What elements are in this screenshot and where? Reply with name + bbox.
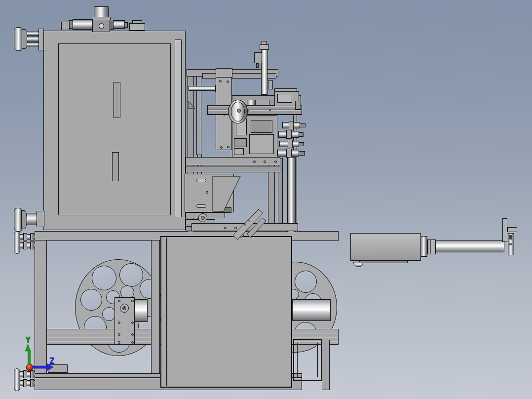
roller-1-inner	[201, 216, 205, 220]
cylinder-bracket-pin	[256, 63, 259, 68]
slot-b	[196, 204, 206, 208]
wheel-hole	[80, 289, 102, 311]
beam-b[interactable]	[186, 166, 280, 172]
cabinet-slot-1	[114, 82, 120, 118]
slot-a	[196, 179, 206, 182]
nozzle-2-tip	[299, 132, 304, 137]
wheel-hole	[295, 271, 317, 293]
screw-head	[206, 191, 208, 194]
screw-head	[234, 227, 237, 229]
screw-head	[131, 333, 134, 336]
assembly-geometry	[0, 0, 532, 399]
frame-post-far-right[interactable]	[322, 340, 330, 390]
nozzle-3-collar[interactable]	[288, 140, 293, 148]
bracket-vertical[interactable]	[502, 218, 507, 242]
flange-bottom-nut-2a	[23, 379, 27, 387]
mech-rod-horizontal[interactable]	[189, 86, 217, 91]
pump-cap-right[interactable]	[129, 23, 145, 31]
machine-base-box[interactable]	[160, 236, 292, 388]
screw-head	[118, 300, 120, 302]
cabinet-panel[interactable]	[58, 43, 171, 215]
motor-collar[interactable]	[427, 239, 436, 254]
motor-foot[interactable]	[353, 262, 363, 267]
gripper-d1	[234, 138, 247, 147]
screw-head	[509, 243, 512, 245]
gripper-sub	[249, 134, 274, 154]
beam-a[interactable]	[186, 157, 280, 165]
frame-post-left[interactable]	[35, 240, 47, 390]
dial-hub	[237, 109, 241, 113]
flange-low-nut-1a	[23, 233, 27, 240]
cylinder-vertical-cap[interactable]	[260, 44, 269, 50]
gripper-d2	[234, 148, 244, 155]
slide-end-cap[interactable]	[295, 101, 301, 110]
dark-foot	[220, 207, 231, 213]
screw-head	[123, 307, 125, 309]
wheel-hole	[119, 263, 143, 287]
nozzle-2-collar[interactable]	[286, 130, 292, 139]
cylinder-side-knob[interactable]	[268, 80, 273, 89]
linear-rail[interactable]	[207, 105, 302, 115]
screw-head	[118, 321, 120, 324]
drive-shaft[interactable]	[436, 240, 504, 252]
hub-right[interactable]	[292, 299, 331, 321]
pump-washer-left	[59, 23, 62, 29]
screw-head	[269, 109, 271, 111]
bracket-left-block[interactable]	[185, 174, 234, 212]
flange-bottom-nut-1a	[23, 370, 27, 378]
flange-bottom-nut-2b	[30, 379, 34, 387]
pump-tip-right	[124, 22, 128, 28]
flange-low-nut-2b	[30, 241, 34, 249]
hub-left[interactable]	[134, 299, 148, 322]
screw-head	[224, 227, 227, 229]
frame-bracket-small[interactable]	[48, 364, 68, 373]
pump-nut-left[interactable]	[61, 22, 70, 30]
motor-flange[interactable]	[420, 236, 427, 257]
screw-head	[118, 333, 120, 336]
screw-head	[131, 321, 134, 324]
cylinder-bracket[interactable]	[254, 52, 262, 63]
frame-post-right[interactable]	[151, 240, 160, 374]
wheel-hole	[92, 266, 116, 290]
flange-low-nut-1b	[30, 233, 34, 240]
screw-head	[264, 160, 266, 163]
mech-frame-left2[interactable]	[196, 73, 201, 155]
machine-base-box-line	[166, 238, 167, 386]
flange-bottom-nut-1b	[30, 370, 34, 378]
cabinet-side-strip	[175, 40, 182, 217]
cabinet-slot-2	[112, 152, 119, 181]
nozzle-1-collar[interactable]	[289, 121, 294, 129]
screw-head	[227, 80, 229, 83]
screw-head	[131, 300, 134, 302]
screw-head	[253, 160, 256, 163]
shaft-top-plate[interactable]	[38, 29, 44, 50]
bracket-arm[interactable]	[507, 227, 517, 232]
roller-2-inner	[238, 232, 242, 236]
cad-viewport[interactable]: Y Z	[0, 0, 532, 399]
end-flange-notch	[509, 235, 512, 239]
screw-head	[227, 146, 229, 148]
frame-bracket-right-inner	[297, 343, 318, 377]
screw-head	[244, 227, 246, 229]
nozzle-4-collar[interactable]	[286, 149, 292, 158]
cylinder-vertical-knob[interactable]	[262, 41, 267, 45]
motor-base	[359, 260, 408, 263]
nozzle-1-tip	[300, 123, 305, 127]
motor-box[interactable]	[350, 233, 421, 261]
pump-cylinder-left[interactable]	[73, 19, 93, 30]
mech-top-block[interactable]	[216, 68, 232, 78]
pump-cylinder-right[interactable]	[113, 20, 125, 29]
nozzle-4-tip	[299, 151, 305, 156]
slide-window	[277, 94, 292, 103]
gripper-win-2	[251, 120, 272, 133]
screw-head	[220, 146, 223, 149]
nozzle-3-tip	[299, 142, 304, 146]
screw-head	[118, 341, 120, 344]
screw-head	[274, 160, 277, 163]
column-c[interactable]	[287, 157, 296, 232]
screw-head	[219, 80, 222, 82]
wheel-hole	[102, 307, 116, 321]
screw-head	[131, 341, 134, 344]
shaft-mid-collar[interactable]	[37, 211, 44, 227]
flange-low-nut-2a	[23, 241, 27, 249]
